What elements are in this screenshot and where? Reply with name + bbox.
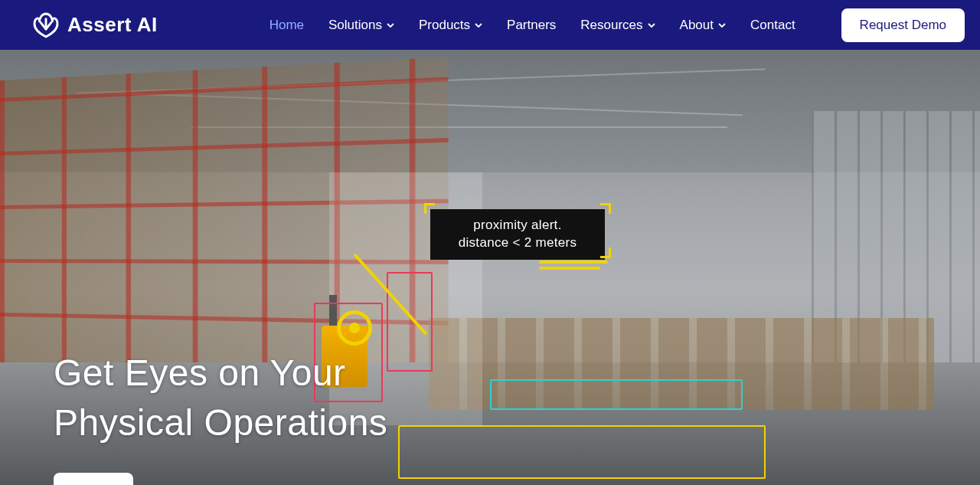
frame-corner-icon <box>424 203 435 214</box>
nav-item-resources[interactable]: Resources <box>580 18 655 33</box>
request-demo-button[interactable]: Request Demo <box>841 8 965 42</box>
nav-item-products[interactable]: Products <box>419 18 482 33</box>
navbar: Assert AI Home Solutions Products Partne… <box>0 0 980 50</box>
chevron-down-icon <box>648 21 655 29</box>
more-button[interactable]: More → <box>54 473 133 485</box>
nav-item-partners[interactable]: Partners <box>507 18 556 33</box>
nav-label: About <box>680 18 714 33</box>
proximity-alert-callout: proximity alert. distance < 2 meters <box>430 209 605 260</box>
nav-item-contact[interactable]: Contact <box>750 18 795 33</box>
chevron-down-icon <box>387 21 394 29</box>
alert-text-line2: distance < 2 meters <box>436 234 599 252</box>
nav-item-about[interactable]: About <box>680 18 726 33</box>
frame-corner-icon <box>600 203 611 214</box>
nav-item-solutions[interactable]: Solutions <box>328 18 394 33</box>
target-ring-icon <box>337 310 372 346</box>
nav-links: Home Solutions Products Partners Resourc… <box>270 8 965 42</box>
nav-label: Home <box>270 18 304 33</box>
brand-name: Assert AI <box>67 13 158 37</box>
hero-title-line1: Get Eyes on Your <box>54 349 387 398</box>
chevron-down-icon <box>475 21 482 29</box>
nav-label: Products <box>419 18 470 33</box>
nav-label: Contact <box>750 18 795 33</box>
detection-box <box>387 272 433 372</box>
hero-content: Get Eyes on Your Physical Operations Mor… <box>54 349 387 485</box>
hero-title-line2: Physical Operations <box>54 398 387 448</box>
nav-label: Partners <box>507 18 556 33</box>
button-label: Request Demo <box>860 18 946 32</box>
detection-box <box>398 425 766 479</box>
detection-box <box>490 379 743 410</box>
hero-title: Get Eyes on Your Physical Operations <box>54 349 387 448</box>
alert-text-line1: proximity alert. <box>436 217 599 234</box>
nav-item-home[interactable]: Home <box>270 18 304 33</box>
chevron-down-icon <box>718 21 726 29</box>
nav-label: Resources <box>580 18 642 33</box>
brand-logo-icon <box>31 10 61 41</box>
hero-section: proximity alert. distance < 2 meters Get… <box>0 50 980 485</box>
nav-label: Solutions <box>328 18 382 33</box>
accent-underline <box>539 267 600 270</box>
frame-corner-icon <box>600 247 611 258</box>
accent-underline <box>539 261 608 264</box>
brand-logo[interactable]: Assert AI <box>31 10 158 41</box>
